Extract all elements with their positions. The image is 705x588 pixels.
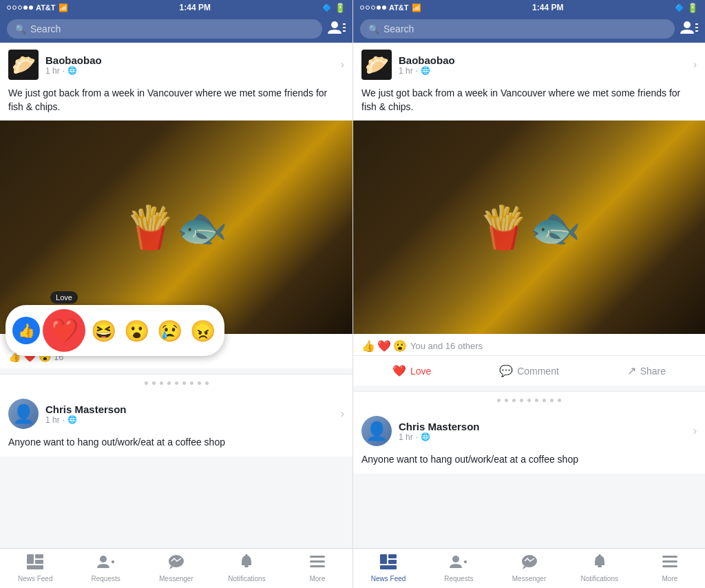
post-time-1-left: 1 hr · 🌐: [45, 66, 102, 76]
svg-rect-23: [388, 560, 397, 564]
post-header-1-left: 🥟 Baobaobao 1 hr · 🌐 ›: [0, 43, 352, 87]
reaction-haha-btn[interactable]: 😆: [88, 315, 118, 346]
reaction-like-btn[interactable]: 👍: [12, 317, 40, 344]
left-panel: AT&T 📶 1:44 PM 🔷 🔋 🔍 Search: [0, 0, 352, 588]
svg-rect-16: [310, 565, 325, 567]
svg-point-25: [452, 556, 459, 563]
post-text-1-right: We just got back from a week in Vancouve…: [353, 87, 705, 120]
love-action-icon-right: ❤️: [392, 364, 406, 377]
signal-dot-r4: [377, 6, 381, 10]
bluetooth-icon: 🔷: [322, 3, 332, 12]
post-author-1-right: Baobaobao: [399, 54, 455, 66]
tab-more-left[interactable]: More: [282, 550, 352, 587]
dots-separator-left: [0, 374, 352, 392]
reaction-sad-btn[interactable]: 😢: [154, 315, 185, 346]
post-text-2-right: Anyone want to hang out/work/eat at a co…: [353, 453, 705, 474]
tab-more-icon-right: [662, 554, 677, 574]
feed-content-right: 🥟 Baobaobao 1 hr · 🌐 › We just got back …: [353, 43, 705, 548]
tab-requests-label-right: Requests: [444, 575, 473, 582]
search-icon: 🔍: [15, 24, 26, 34]
svg-rect-14: [310, 556, 325, 558]
post-time-1-right: 1 hr · 🌐: [399, 66, 455, 76]
tab-messenger-icon-right: [521, 554, 538, 574]
tab-notifications-icon-left: [239, 554, 254, 574]
action-share-right[interactable]: ↗ Share: [588, 359, 705, 383]
tab-more-label-right: More: [662, 575, 678, 582]
post-author-1-left: Baobaobao: [45, 54, 102, 66]
post-header-2-left: 👤 Chris Masterson 1 hr · 🌐 ›: [0, 392, 352, 436]
status-time-left: 1:44 PM: [180, 3, 211, 12]
post-meta-1-right: Baobaobao 1 hr · 🌐: [399, 54, 455, 76]
nav-friends-icon-right[interactable]: [680, 20, 698, 39]
tab-more-label-left: More: [309, 575, 325, 582]
tab-notifications-icon-right: [592, 554, 607, 574]
tab-notifications-label-right: Notifications: [580, 575, 618, 582]
avatar-chris-right: 👤: [361, 416, 392, 446]
post-chevron-1-left[interactable]: ›: [341, 59, 344, 71]
post-meta-2-left: Chris Masterson 1 hr · 🌐: [45, 403, 127, 425]
post-author-2-left: Chris Masterson: [45, 403, 127, 415]
sep-dot-r6: [535, 399, 538, 402]
svg-point-8: [100, 556, 107, 563]
search-input-left[interactable]: 🔍 Search: [7, 19, 322, 39]
globe-icon-2: 🌐: [67, 415, 77, 424]
signal-dot-2: [12, 6, 17, 10]
post-time-2-right: 1 hr · 🌐: [399, 432, 480, 442]
reaction-angry-btn[interactable]: 😠: [187, 315, 218, 346]
nav-friends-icon[interactable]: [328, 20, 346, 39]
tab-messenger-right[interactable]: Messenger: [494, 550, 564, 587]
reaction-love-btn[interactable]: Love ❤️: [43, 309, 85, 352]
tab-notifications-right[interactable]: Notifications: [565, 550, 635, 587]
tab-news-feed-left[interactable]: News Feed: [0, 550, 70, 587]
tab-messenger-left[interactable]: Messenger: [141, 550, 211, 587]
post-chevron-2-right[interactable]: ›: [693, 425, 697, 437]
post-card-1-right: 🥟 Baobaobao 1 hr · 🌐 › We just got back …: [353, 43, 705, 386]
signal-dots-right: [360, 6, 386, 10]
post-chevron-1-right[interactable]: ›: [693, 59, 697, 71]
sep-dot-r5: [527, 399, 531, 402]
svg-rect-24: [380, 565, 397, 569]
tab-news-feed-label-left: News Feed: [18, 575, 53, 582]
post-image-1-right[interactable]: [353, 120, 705, 334]
tab-more-right[interactable]: More: [635, 550, 705, 587]
svg-rect-12: [244, 565, 249, 567]
tab-requests-icon-right: [450, 554, 467, 574]
signal-dot-5: [29, 6, 33, 10]
post-header-2-right: 👤 Chris Masterson 1 hr · 🌐 ›: [353, 409, 705, 453]
post-chevron-2-left[interactable]: ›: [341, 408, 344, 420]
comment-action-icon-right: 💬: [499, 364, 513, 377]
tab-news-feed-icon-left: [27, 554, 43, 574]
search-placeholder-left: Search: [30, 23, 61, 34]
tab-requests-icon-left: [97, 554, 115, 574]
avatar-chris-left: 👤: [8, 399, 39, 429]
tab-news-feed-right[interactable]: News Feed: [353, 550, 423, 587]
sep-dot-r8: [550, 399, 554, 402]
tab-requests-left[interactable]: Requests: [70, 550, 140, 587]
svg-rect-21: [380, 554, 387, 564]
search-input-right[interactable]: 🔍 Search: [360, 19, 675, 39]
post-card-2-right: 👤 Chris Masterson 1 hr · 🌐 › Anyone want…: [353, 409, 705, 474]
action-love-label-right: Love: [410, 366, 431, 377]
reaction-wow-btn[interactable]: 😮: [121, 315, 151, 346]
post-meta-2-right: Chris Masterson 1 hr · 🌐: [399, 421, 480, 442]
tab-messenger-label-left: Messenger: [159, 575, 193, 582]
tab-bar-right: News Feed Requests Messenge: [353, 548, 705, 588]
tab-notifications-left[interactable]: Notifications: [211, 550, 282, 587]
status-left-right: AT&T 📶: [360, 3, 421, 12]
signal-dots: [7, 6, 33, 10]
svg-point-0: [331, 21, 338, 28]
post-card-1-left: 🥟 Baobaobao 1 hr · 🌐 › We just got back …: [0, 43, 352, 368]
battery-icon: 🔋: [335, 3, 346, 13]
post-time-2-left: 1 hr · 🌐: [45, 415, 127, 425]
tab-news-feed-icon-right: [380, 554, 397, 574]
action-comment-right[interactable]: 💬 Comment: [470, 359, 587, 383]
tab-requests-right[interactable]: Requests: [423, 550, 494, 587]
search-bar-right: 🔍 Search: [353, 15, 705, 43]
action-love-right[interactable]: ❤️ Love: [353, 359, 470, 383]
status-bar-right: AT&T 📶 1:44 PM 🔷 🔋: [353, 0, 705, 15]
signal-dot-r1: [360, 6, 364, 10]
share-action-icon-right: ↗: [627, 364, 636, 377]
signal-dot-r3: [371, 6, 375, 10]
status-bar-left: AT&T 📶 1:44 PM 🔷 🔋: [0, 0, 352, 15]
search-bar-left: 🔍 Search: [0, 15, 352, 43]
